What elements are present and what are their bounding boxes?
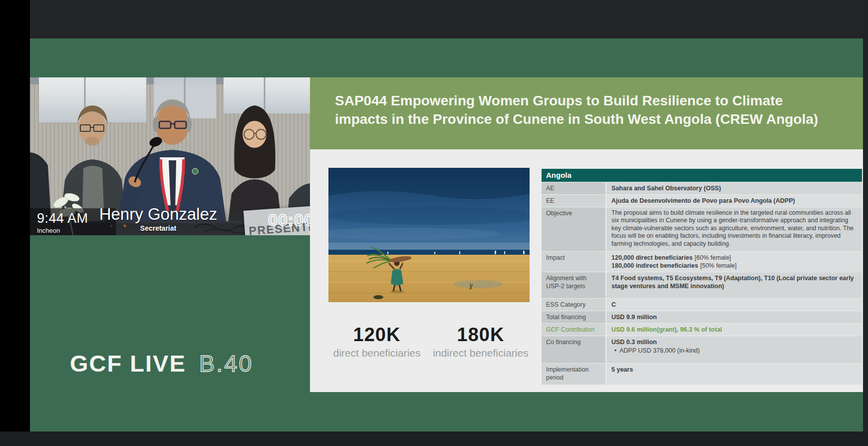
top-letterbox-bar xyxy=(0,0,868,38)
row-value: USD 9.9 million xyxy=(606,311,862,323)
row-value: The proposal aims to build climate resil… xyxy=(606,207,862,251)
row-value: C xyxy=(606,299,862,311)
co-financing-bullet: •ADPP USD 378,000 (in-kind) xyxy=(611,347,858,355)
beneficiary-stats: 120K direct beneficiaries 180K indirect … xyxy=(325,324,533,359)
table-row-ee: EE Ajuda de Desenvolvimento de Povo para… xyxy=(542,195,862,207)
row-value: Sahara and Sahel Observatory (OSS) xyxy=(606,182,862,194)
row-value: 5 years xyxy=(606,364,862,385)
speaker-name: Henry Gonzalez xyxy=(76,205,241,224)
table-row-ess-category: ESS Category C xyxy=(542,299,862,311)
table-row-gcf-contribution: GCF Contribution USD 9.6 million(grant),… xyxy=(542,324,862,336)
row-label: ESS Category xyxy=(542,299,605,311)
row-label: Implementation period xyxy=(542,364,605,385)
table-row-total-financing: Total financing USD 9.9 million xyxy=(542,311,862,323)
slide-title-line2: impacts in the Province of Cunene in Sou… xyxy=(335,110,845,128)
speech-timer: 00:00 xyxy=(268,210,310,230)
speaker-role: Secretariat xyxy=(76,224,241,232)
stat-value: 120K xyxy=(325,324,429,346)
co-financing-total: USD 0.3 million xyxy=(611,338,858,346)
session-code: B.40 xyxy=(199,350,254,377)
field-photo-illustration xyxy=(328,168,530,302)
slide-title-line1: SAP044 Empowering Women Groups to Build … xyxy=(335,91,845,110)
table-row-implementation-period: Implementation period 5 years xyxy=(542,364,862,385)
row-value: T4 Food systems, T5 Ecosystems, T9 (Adap… xyxy=(606,272,862,298)
left-letterbox-bar xyxy=(0,0,30,446)
row-value: 120,000 direct beneficiaries[60% female]… xyxy=(606,252,862,272)
presentation-slide: SAP044 Empowering Women Groups to Build … xyxy=(310,77,863,392)
row-value: USD 0.3 million •ADPP USD 378,000 (in-ki… xyxy=(606,336,862,363)
stat-label: direct beneficiaries xyxy=(325,347,429,359)
table-row-impact: Impact 120,000 direct beneficiaries[60% … xyxy=(542,252,862,272)
row-label: Objective xyxy=(542,207,605,251)
bottom-letterbox-bar xyxy=(0,432,868,446)
stat-indirect-beneficiaries: 180K indirect beneficiaries xyxy=(429,324,533,359)
row-label: Alignment with USP-2 targets xyxy=(542,272,605,298)
stat-label: indirect beneficiaries xyxy=(429,347,533,359)
table-row-ae: AE Sahara and Sahel Observatory (OSS) xyxy=(542,182,862,194)
table-header-country: Angola xyxy=(542,169,862,182)
row-label: AE xyxy=(542,182,605,194)
row-label: GCF Contribution xyxy=(542,324,605,336)
table-row-alignment: Alignment with USP-2 targets T4 Food sys… xyxy=(542,272,862,298)
speaker-nameplate: Henry Gonzalez Secretariat xyxy=(76,205,241,232)
row-label: EE xyxy=(542,195,605,207)
slide-photo xyxy=(328,168,530,302)
impact-line-indirect: 180,000 indirect beneficiaries[50% femal… xyxy=(611,262,858,270)
row-label: Impact xyxy=(542,252,605,272)
gcf-live-text: GCF LIVE xyxy=(70,350,186,377)
stat-direct-beneficiaries: 120K direct beneficiaries xyxy=(325,324,429,359)
project-table: Angola AE Sahara and Sahel Observatory (… xyxy=(542,169,862,385)
row-value: Ajuda de Desenvolvimento de Povo para Po… xyxy=(606,195,862,207)
row-value: USD 9.6 million(grant), 96.3 % of total xyxy=(606,324,862,336)
impact-line-direct: 120,000 direct beneficiaries[60% female] xyxy=(611,254,858,262)
table-row-co-financing: Co financing USD 0.3 million •ADPP USD 3… xyxy=(542,336,862,363)
gcf-live-logo: GCF LIVE B.40 xyxy=(70,350,253,377)
slide-title-banner: SAP044 Empowering Women Groups to Build … xyxy=(310,77,863,149)
right-letterbox-bar xyxy=(863,0,868,446)
video-feed: 9:44 AM Incheon Henry Gonzalez Secretari… xyxy=(30,77,310,235)
table-row-objective: Objective The proposal aims to build cli… xyxy=(542,207,862,251)
row-label: Total financing xyxy=(542,311,605,323)
stat-value: 180K xyxy=(429,324,533,346)
row-label: Co financing xyxy=(542,336,605,363)
broadcast-frame: 9:44 AM Incheon Henry Gonzalez Secretari… xyxy=(0,0,868,446)
slide-title: SAP044 Empowering Women Groups to Build … xyxy=(310,77,863,128)
